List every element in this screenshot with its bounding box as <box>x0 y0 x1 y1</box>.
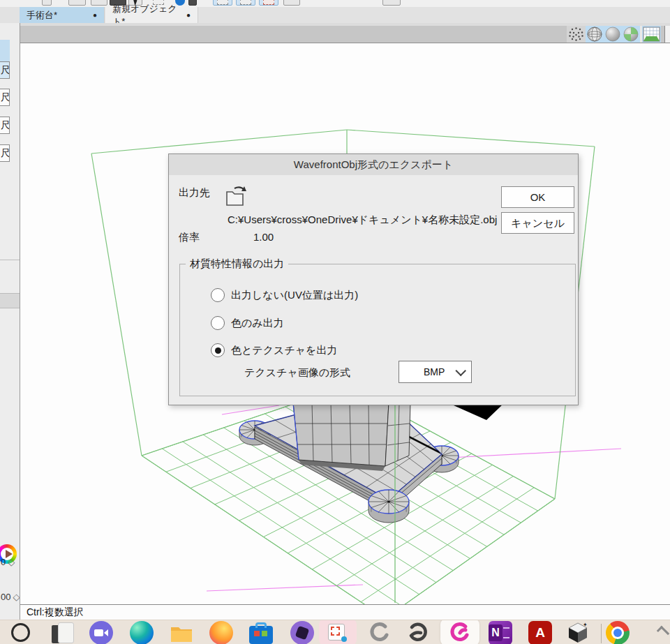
tab-surgical-table[interactable]: 手術台* ● <box>20 7 105 23</box>
radio-color-and-texture[interactable]: 色とテクスチャを出力 <box>211 343 337 358</box>
panel-button-4[interactable]: 尺 <box>0 144 10 162</box>
open-folder-icon[interactable] <box>225 186 248 208</box>
material-output-groupbox: 材質特性情報の出力 出力しない(UV位置は出力) 色のみ出力 色とテクスチャを出… <box>179 264 576 396</box>
firefox-icon[interactable] <box>209 621 233 644</box>
radio-circle[interactable] <box>211 316 225 330</box>
panel-section-band <box>0 293 20 308</box>
metasequoia-active-icon[interactable] <box>448 621 472 644</box>
swirl-dark-icon[interactable] <box>405 621 429 644</box>
model-column <box>293 403 410 466</box>
texture-format-label: テクスチャ画像の形式 <box>244 366 350 380</box>
acrobat-icon[interactable]: A <box>528 621 552 644</box>
folder-dock-icon[interactable] <box>170 621 193 644</box>
crossover-swirl-gray-icon[interactable] <box>368 621 392 644</box>
numeric-spinner-1[interactable]: 0 ◇ <box>0 555 20 569</box>
dock: N A ✦ <box>0 620 670 644</box>
cancel-button[interactable]: キャンセル <box>501 212 574 234</box>
radio-no-output[interactable]: 出力しない(UV位置は出力) <box>211 287 358 303</box>
scale-label: 倍率 <box>179 231 200 244</box>
app-window: 手術台* ● 新規オブジェクト* ● 尺 尺 尺 尺 0 ◇ 00 ◇ <box>0 0 670 644</box>
toolbar-button-partial[interactable] <box>68 0 86 6</box>
panel-button-1[interactable]: 尺 <box>0 61 10 79</box>
points-sphere-icon <box>567 26 586 43</box>
shading-icons <box>586 26 640 43</box>
status-bar: Ctrl:複数選択 <box>20 604 670 620</box>
panel-divider <box>0 260 20 260</box>
left-command-panel-clipped: 尺 尺 尺 尺 0 ◇ 00 ◇ <box>0 23 20 620</box>
panel-button-2[interactable]: 尺 <box>0 89 10 106</box>
ok-button[interactable]: OK <box>501 186 574 208</box>
toolbar-button-partial[interactable] <box>42 0 52 6</box>
model-caster-front <box>368 490 409 523</box>
dialog-title-bar[interactable]: WavefrontObj形式のエクスポート <box>169 154 578 175</box>
toolbar-icon-partial <box>263 0 274 5</box>
output-path: C:¥Users¥cross¥OneDrive¥ドキュメント¥名称未設定.obj <box>228 214 497 227</box>
document-tab-bar: 手術台* ● 新規オブジェクト* ● <box>0 7 670 23</box>
textured-sphere-icon <box>624 27 638 41</box>
view-grid-room-button[interactable] <box>642 26 661 43</box>
snipping-tool-icon[interactable] <box>326 621 350 644</box>
chevron-down-icon <box>456 368 464 376</box>
dropdown-value: BMP <box>424 366 445 377</box>
texture-format-dropdown[interactable]: BMP <box>399 361 472 383</box>
task-switcher-icon[interactable] <box>52 621 75 644</box>
viewport-header <box>20 23 670 43</box>
tab-modified-bullet: ● <box>186 11 191 19</box>
spinner-arrows-icon: ◇ <box>13 592 20 602</box>
export-dialog: WavefrontObj形式のエクスポート 出力先 C:¥Users¥cross… <box>168 153 579 405</box>
wireframe-sphere-icon <box>588 27 602 41</box>
toolbar-button-partial[interactable] <box>91 0 107 6</box>
onenote-icon[interactable]: N <box>489 621 512 644</box>
toolbar-button-partial[interactable] <box>283 0 300 6</box>
toolbar-button-partial[interactable] <box>382 0 401 6</box>
output-dest-label: 出力先 <box>179 186 210 200</box>
tab-label: 手術台* <box>27 9 57 22</box>
cube-3d-icon[interactable]: ✦ <box>566 621 590 644</box>
radio-circle[interactable] <box>211 288 225 302</box>
radio-color-only[interactable]: 色のみ出力 <box>211 315 284 331</box>
scale-value[interactable]: 1.00 <box>253 231 274 243</box>
chrome-icon[interactable] <box>606 621 630 644</box>
header-clipped-button[interactable] <box>664 26 670 43</box>
dialog-title: WavefrontObj形式のエクスポート <box>294 158 453 170</box>
numeric-spinner-2[interactable]: 00 ◇ <box>0 590 20 604</box>
toolbar-icon-partial <box>240 0 251 5</box>
shaded-sphere-icon <box>606 27 620 41</box>
toolbar-button-partial[interactable] <box>188 0 197 6</box>
radio-circle[interactable] <box>211 343 225 357</box>
view-shading-group <box>586 26 640 43</box>
svg-text:✦: ✦ <box>583 622 588 628</box>
facetime-icon[interactable] <box>89 621 113 644</box>
groupbox-title: 材質特性情報の出力 <box>186 257 288 271</box>
main-toolbar-clipped[interactable] <box>0 0 670 7</box>
toolbar-icon-partial <box>217 0 228 5</box>
spinner-arrows-icon: ◇ <box>8 557 15 567</box>
tab-new-object[interactable]: 新規オブジェクト* ● <box>105 7 198 23</box>
dock-chevron-icon[interactable] <box>657 626 669 638</box>
status-hint-text: Ctrl:複数選択 <box>27 606 84 617</box>
purple-app-icon[interactable] <box>290 621 314 644</box>
edge-browser-icon[interactable] <box>130 621 154 644</box>
grid-room-icon <box>642 26 661 43</box>
dock-separator <box>601 624 602 643</box>
tab-modified-bullet: ● <box>93 11 97 19</box>
view-points-button[interactable] <box>567 26 586 43</box>
panel-button-3[interactable]: 尺 <box>0 117 10 134</box>
ms-store-icon[interactable] <box>249 626 273 644</box>
search-icon[interactable] <box>11 623 35 644</box>
